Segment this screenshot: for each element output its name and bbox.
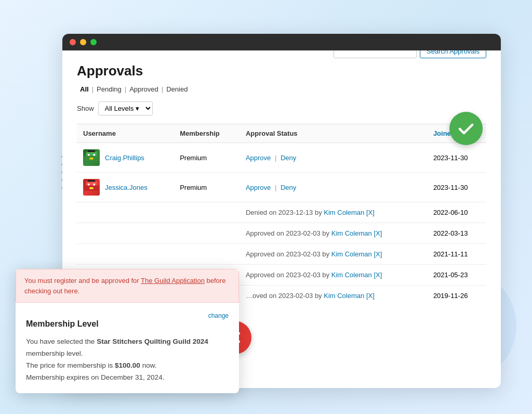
status-text: Denied on 2023-12-13 by: [246, 209, 322, 216]
joined-cell: 2022-03-13: [427, 223, 486, 244]
admin-link[interactable]: Kim Coleman: [331, 271, 372, 279]
approve-link-jessica[interactable]: Approve: [246, 184, 271, 191]
status-text: Approved on 2023-02-03 by: [246, 229, 329, 237]
error-link[interactable]: The Guild Application: [141, 277, 205, 284]
svg-rect-15: [88, 154, 90, 156]
price-suffix: now.: [142, 361, 157, 369]
price-prefix: The price for membership is: [26, 361, 113, 369]
joined-cell-jessica: 2023-11-30: [427, 173, 486, 202]
search-bar: Search Approvals: [334, 50, 486, 58]
deny-link-craig[interactable]: Deny: [281, 154, 296, 162]
revoke-link[interactable]: [X]: [366, 209, 375, 216]
page-title: Approvals: [77, 63, 486, 79]
joined-cell: 2019-11-26: [427, 286, 486, 306]
username-cell-empty: [77, 244, 174, 265]
joined-cell: 2022-06-10: [427, 202, 486, 223]
svg-rect-12: [88, 150, 95, 152]
col-approval-status: Approval Status: [240, 124, 427, 143]
revoke-link[interactable]: [X]: [374, 250, 382, 258]
svg-rect-17: [90, 158, 94, 160]
svg-rect-18: [88, 180, 95, 182]
status-text: Approved on 2023-02-03 by: [246, 271, 329, 279]
status-cell-approved: Approved on 2023-02-03 by Kim Coleman [X…: [240, 265, 427, 286]
admin-link[interactable]: Kim Coleman: [331, 229, 372, 237]
username-cell: Craig.Phillips: [83, 149, 167, 166]
search-button[interactable]: Search Approvals: [420, 50, 486, 58]
membership-cell-empty: [174, 202, 240, 223]
status-cell-approved: Approved on 2023-02-03 by Kim Coleman [X…: [240, 244, 427, 265]
membership-cell: Premium: [174, 143, 240, 173]
approve-link-craig[interactable]: Approve: [246, 154, 271, 162]
level-select[interactable]: All Levels ▾ Premium Basic Free: [98, 101, 153, 115]
membership-level-title: Membership Level: [26, 319, 229, 329]
avatar: [83, 179, 100, 196]
search-input[interactable]: [334, 50, 417, 58]
status-cell-jessica: Approve | Deny: [240, 173, 427, 202]
price: $100.00: [115, 361, 140, 369]
membership-cell-empty: [174, 244, 240, 265]
svg-rect-19: [86, 182, 97, 186]
membership-cell-empty: [174, 223, 240, 244]
selected-suffix: membership level.: [26, 350, 83, 357]
error-text: You must register and be approved for: [24, 277, 139, 284]
status-cell-approved: Approved on 2023-02-03 by Kim Coleman [X…: [240, 223, 427, 244]
selected-prefix: You have selected the: [26, 338, 95, 345]
minimize-button[interactable]: [80, 39, 86, 45]
status-cell-denied: Denied on 2023-12-13 by Kim Coleman [X]: [240, 202, 427, 223]
table-row: Craig.Phillips Premium Approve | Deny 20…: [77, 143, 486, 173]
table-row: Denied on 2023-12-13 by Kim Coleman [X] …: [77, 202, 486, 223]
svg-rect-13: [86, 152, 97, 156]
deny-link-jessica[interactable]: Deny: [281, 184, 296, 191]
joined-cell-craig: 2023-11-30: [427, 143, 486, 173]
show-label: Show: [77, 105, 94, 112]
username-cell-empty: [77, 202, 174, 223]
svg-rect-22: [94, 184, 96, 186]
col-membership: Membership: [174, 124, 240, 143]
filter-bar: All | Pending | Approved | Denied: [77, 85, 486, 93]
close-button[interactable]: [70, 39, 76, 45]
status-cell-approved: …oved on 2023-02-03 by Kim Coleman [X]: [240, 286, 427, 306]
browser-titlebar: [62, 34, 501, 50]
filter-all[interactable]: All: [77, 85, 92, 93]
username-cell-empty: [77, 223, 174, 244]
expires-text: Membership expires on December 31, 2024.: [26, 372, 229, 384]
table-row: Approved on 2023-02-03 by Kim Coleman [X…: [77, 244, 486, 265]
membership-card: You must register and be approved for Th…: [16, 269, 239, 393]
maximize-button[interactable]: [90, 39, 97, 45]
svg-rect-23: [90, 187, 94, 189]
table-row: Jessica.Jones Premium Approve | Deny 202…: [77, 173, 486, 202]
admin-link[interactable]: Kim Coleman: [331, 250, 372, 258]
filter-pending[interactable]: Pending: [94, 85, 125, 93]
filter-approved[interactable]: Approved: [126, 85, 162, 93]
joined-cell: 2021-05-23: [427, 265, 486, 286]
revoke-link[interactable]: [X]: [374, 271, 382, 279]
revoke-link[interactable]: [X]: [366, 292, 375, 300]
revoke-link[interactable]: [X]: [374, 229, 382, 237]
change-link[interactable]: change: [208, 312, 229, 319]
plan-name: Star Stitchers Quilting Guild 2024: [97, 338, 208, 345]
green-check-badge: [449, 112, 483, 145]
table-row: Approved on 2023-02-03 by Kim Coleman [X…: [77, 223, 486, 244]
user-link-jessica[interactable]: Jessica.Jones: [105, 184, 148, 191]
error-banner: You must register and be approved for Th…: [16, 269, 239, 303]
membership-detail: You have selected the Star Stitchers Qui…: [26, 336, 229, 384]
status-text: Approved on 2023-02-03 by: [246, 250, 329, 258]
membership-cell: Premium: [174, 173, 240, 202]
status-cell-craig: Approve | Deny: [240, 143, 427, 173]
svg-rect-16: [94, 154, 96, 156]
admin-link[interactable]: Kim Coleman: [324, 209, 364, 216]
col-username: Username: [77, 124, 174, 143]
show-row: Show All Levels ▾ Premium Basic Free: [77, 101, 486, 115]
user-link-craig[interactable]: Craig.Phillips: [105, 154, 144, 162]
svg-rect-21: [88, 184, 90, 186]
filter-denied[interactable]: Denied: [163, 85, 191, 93]
username-cell: Jessica.Jones: [83, 179, 167, 196]
joined-cell: 2021-11-11: [427, 244, 486, 265]
avatar: [83, 149, 100, 166]
admin-link[interactable]: Kim Coleman: [324, 292, 364, 300]
status-text: …oved on 2023-02-03 by: [246, 292, 324, 300]
membership-body: change Membership Level You have selecte…: [16, 303, 239, 393]
